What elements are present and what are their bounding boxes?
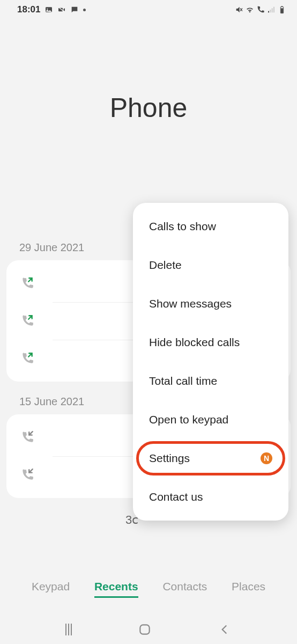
svg-rect-11	[281, 8, 283, 13]
outgoing-call-icon	[20, 276, 34, 290]
signal-icon	[267, 5, 276, 14]
menu-item-total-call-time[interactable]: Total call time	[133, 362, 288, 400]
menu-item-delete[interactable]: Delete	[133, 246, 288, 284]
menu-item-calls-to-show[interactable]: Calls to show	[133, 207, 288, 246]
tab-keypad[interactable]: Keypad	[32, 577, 70, 598]
overflow-menu: Calls to show Delete Show messages Hide …	[133, 203, 288, 521]
menu-item-contact-us[interactable]: Contact us	[133, 478, 288, 516]
status-left: 18:01	[17, 4, 86, 15]
menu-item-hide-blocked-calls[interactable]: Hide blocked calls	[133, 323, 288, 362]
mute-icon	[235, 5, 243, 14]
more-dot-icon	[83, 9, 86, 11]
android-nav-bar	[0, 623, 297, 636]
new-badge: N	[261, 452, 272, 464]
incoming-call-icon	[20, 430, 34, 444]
video-off-icon	[57, 5, 66, 14]
nav-home-icon[interactable]	[138, 623, 152, 636]
menu-item-open-to-keypad[interactable]: Open to keypad	[133, 400, 288, 439]
nav-recents-icon[interactable]	[65, 624, 72, 635]
menu-item-settings[interactable]: Settings N	[133, 439, 288, 478]
outgoing-call-icon	[20, 314, 34, 328]
status-bar: 18:01	[0, 0, 297, 17]
svg-rect-7	[270, 10, 271, 12]
tab-contacts[interactable]: Contacts	[162, 577, 207, 598]
tab-places[interactable]: Places	[232, 577, 265, 598]
status-time: 18:01	[17, 4, 40, 15]
outgoing-call-icon	[20, 352, 34, 365]
battery-icon	[278, 5, 286, 14]
chat-icon	[70, 5, 79, 14]
status-right	[235, 5, 286, 14]
svg-rect-8	[272, 8, 273, 12]
nav-back-icon[interactable]	[218, 623, 232, 636]
svg-rect-13	[140, 625, 149, 634]
svg-rect-9	[273, 7, 274, 13]
svg-point-1	[47, 9, 48, 10]
svg-rect-6	[268, 11, 269, 13]
image-icon	[44, 5, 53, 14]
incoming-call-icon	[20, 468, 34, 482]
wifi-icon	[246, 5, 254, 14]
svg-rect-12	[281, 6, 283, 6]
call-forward-icon	[256, 5, 265, 14]
menu-item-show-messages[interactable]: Show messages	[133, 284, 288, 323]
tab-recents[interactable]: Recents	[94, 577, 138, 598]
bottom-tabs: Keypad Recents Contacts Places	[0, 577, 297, 598]
page-title: Phone	[0, 92, 297, 123]
